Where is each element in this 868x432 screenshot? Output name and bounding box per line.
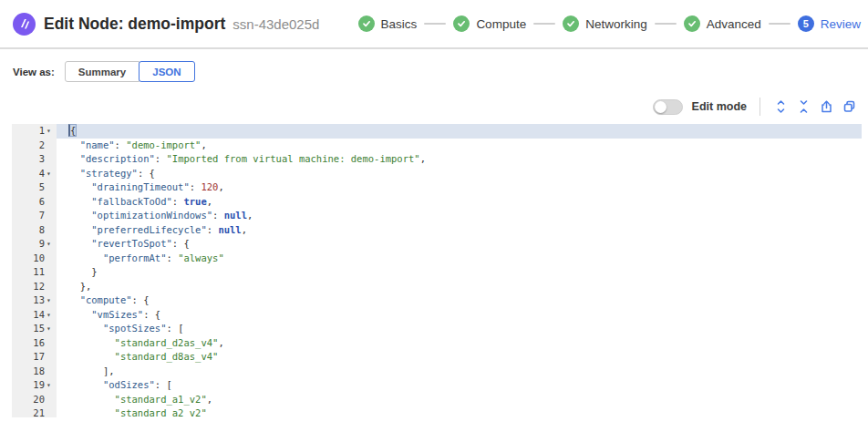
- view-as-label: View as:: [13, 67, 55, 77]
- code-line: 2 "name": "demo-import",: [12, 139, 862, 153]
- step-compute[interactable]: Compute: [453, 15, 526, 32]
- fold-toggle-icon[interactable]: ▾: [45, 167, 57, 181]
- code-text[interactable]: "spotSizes": [: [57, 322, 862, 336]
- toggle-knob: [655, 101, 666, 113]
- code-line: 8 "preferredLifecycle": null,: [12, 223, 862, 238]
- step-networking[interactable]: Networking: [563, 15, 647, 32]
- gutter-cell: 13▾: [12, 293, 57, 308]
- code-line: 18 ],: [12, 365, 862, 379]
- step-review[interactable]: 5 Review: [798, 15, 861, 32]
- fold-toggle-icon[interactable]: ▾: [45, 308, 57, 323]
- code-text[interactable]: "strategy": {: [57, 167, 862, 181]
- view-json-button[interactable]: JSON: [139, 61, 194, 82]
- line-number: 5: [39, 180, 45, 195]
- code-text[interactable]: "description": "Imported from virtual ma…: [57, 152, 862, 167]
- line-number: 12: [33, 280, 45, 294]
- gutter-cell: 11: [12, 265, 57, 280]
- step-connector: [424, 23, 446, 25]
- toolbar-divider: [760, 98, 760, 116]
- line-number: 8: [39, 223, 45, 238]
- code-line: 3 "description": "Imported from virtual …: [12, 152, 862, 167]
- code-line: 12 },: [12, 280, 862, 294]
- gutter-cell: 8: [12, 223, 57, 238]
- line-number: 6: [39, 195, 45, 210]
- code-text[interactable]: "preferredLifecycle": null,: [57, 223, 862, 238]
- code-text[interactable]: {: [57, 124, 862, 139]
- fold-toggle-icon[interactable]: ▾: [45, 378, 57, 393]
- gutter-cell: 18: [12, 365, 57, 379]
- gutter-cell: 17: [12, 350, 57, 365]
- gutter-cell: 15▾: [12, 322, 57, 336]
- code-text[interactable]: ],: [57, 365, 862, 379]
- code-text[interactable]: "revertToSpot": {: [57, 237, 862, 252]
- code-line: 6 "fallbackToOd": true,: [12, 195, 862, 210]
- code-line: 21 "standard_a2_v2": [12, 406, 862, 417]
- fold-toggle-icon[interactable]: ▾: [45, 293, 57, 308]
- code-text[interactable]: "odSizes": [: [57, 378, 862, 393]
- line-number: 14: [33, 308, 45, 323]
- line-number: 15: [33, 322, 45, 336]
- code-text[interactable]: },: [57, 280, 862, 294]
- collapse-all-icon[interactable]: [792, 97, 815, 117]
- step-number-badge: 5: [798, 15, 814, 32]
- step-connector: [655, 23, 677, 25]
- code-line: 9▾ "revertToSpot": {: [12, 237, 862, 252]
- line-number: 17: [33, 350, 45, 365]
- line-number: 20: [33, 393, 45, 407]
- line-number: 18: [33, 365, 45, 379]
- view-summary-button[interactable]: Summary: [65, 61, 140, 82]
- view-as-control: View as: Summary JSON: [13, 61, 195, 82]
- spot-logo-icon: [13, 13, 36, 36]
- json-editor[interactable]: 1▾{2 "name": "demo-import",3 "descriptio…: [12, 124, 862, 417]
- step-connector: [533, 23, 555, 25]
- export-icon[interactable]: [815, 97, 838, 117]
- edit-mode-toggle[interactable]: [653, 99, 683, 115]
- gutter-cell: 16: [12, 336, 57, 351]
- wizard-header: Edit Node: demo-import ssn-43de025d Basi…: [0, 0, 868, 49]
- check-icon: [563, 15, 579, 32]
- code-text[interactable]: "drainingTimeout": 120,: [57, 180, 862, 195]
- code-text[interactable]: "performAt": "always": [57, 252, 862, 266]
- copy-icon[interactable]: [838, 97, 861, 117]
- code-text[interactable]: }: [57, 265, 862, 280]
- code-line: 13▾ "compute": {: [12, 293, 862, 308]
- gutter-cell: 2: [12, 139, 57, 153]
- gutter-cell: 10: [12, 252, 57, 266]
- gutter-cell: 7: [12, 209, 57, 223]
- code-text[interactable]: "name": "demo-import",: [57, 139, 862, 153]
- editor-toolbar: Edit mode: [653, 97, 861, 117]
- code-line: 11 }: [12, 265, 862, 280]
- code-line: 5 "drainingTimeout": 120,: [12, 180, 862, 195]
- check-icon: [684, 15, 700, 32]
- node-id: ssn-43de025d: [232, 16, 319, 32]
- code-text[interactable]: "standard_a2_v2": [57, 406, 862, 417]
- fold-toggle-icon[interactable]: ▾: [45, 322, 57, 336]
- step-basics[interactable]: Basics: [358, 15, 418, 32]
- step-advanced[interactable]: Advanced: [684, 15, 761, 32]
- code-text[interactable]: "vmSizes": {: [57, 308, 862, 323]
- code-text[interactable]: "standard_d2as_v4",: [57, 336, 862, 351]
- expand-all-icon[interactable]: [770, 97, 792, 117]
- line-number: 3: [39, 152, 45, 167]
- gutter-cell: 3: [12, 152, 57, 167]
- code-line: 15▾ "spotSizes": [: [12, 322, 862, 336]
- code-line: 17 "standard_d8as_v4": [12, 350, 862, 365]
- check-icon: [453, 15, 470, 32]
- check-icon: [358, 15, 375, 32]
- code-text[interactable]: "compute": {: [57, 293, 862, 308]
- gutter-cell: 1▾: [12, 124, 57, 139]
- fold-toggle-icon[interactable]: ▾: [45, 124, 57, 139]
- line-number: 11: [33, 265, 45, 280]
- fold-toggle-icon[interactable]: ▾: [45, 237, 57, 252]
- code-line: 14▾ "vmSizes": {: [12, 308, 862, 323]
- line-number: 13: [33, 293, 45, 308]
- code-line: 16 "standard_d2as_v4",: [12, 336, 862, 351]
- line-number: 2: [39, 139, 45, 153]
- code-text[interactable]: "optimizationWindows": null,: [57, 209, 862, 223]
- code-text[interactable]: "standard_a1_v2",: [57, 393, 862, 407]
- code-text[interactable]: "fallbackToOd": true,: [57, 195, 862, 210]
- code-text[interactable]: "standard_d8as_v4": [57, 350, 862, 365]
- code-line: 10 "performAt": "always": [12, 252, 862, 266]
- gutter-cell: 6: [12, 195, 57, 210]
- line-number: 10: [33, 252, 45, 266]
